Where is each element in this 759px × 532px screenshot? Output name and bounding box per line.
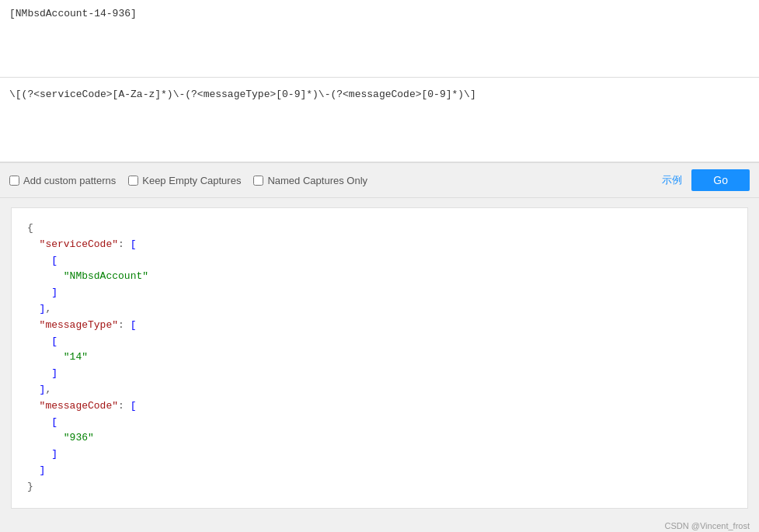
add-custom-patterns-checkbox-item[interactable]: Add custom patterns bbox=[9, 175, 116, 186]
checkbox-group: Add custom patterns Keep Empty Captures … bbox=[9, 175, 662, 186]
go-button[interactable]: Go bbox=[691, 169, 750, 191]
json-line: ], bbox=[27, 301, 732, 318]
json-line: [ bbox=[27, 334, 732, 350]
json-line: ] bbox=[27, 463, 732, 479]
input-section: [NMbsdAccount-14-936] \[(?<serviceCode>[… bbox=[0, 0, 759, 162]
keep-empty-captures-checkbox[interactable] bbox=[128, 176, 138, 186]
output-section: { "serviceCode": [ [ "NMbsdAccount" ] ],… bbox=[0, 198, 759, 518]
json-line: "936" bbox=[27, 430, 732, 447]
named-captures-only-checkbox[interactable] bbox=[253, 176, 263, 186]
named-captures-only-label: Named Captures Only bbox=[267, 175, 367, 186]
controls-bar: Add custom patterns Keep Empty Captures … bbox=[0, 162, 759, 198]
json-line: ] bbox=[27, 285, 732, 301]
json-line: "messageType": [ bbox=[27, 318, 732, 334]
input-text-textarea[interactable]: [NMbsdAccount-14-936] bbox=[0, 0, 759, 78]
json-line: "serviceCode": [ bbox=[27, 237, 732, 253]
json-line: ], bbox=[27, 382, 732, 398]
output-box: { "serviceCode": [ [ "NMbsdAccount" ] ],… bbox=[11, 207, 748, 509]
controls-right: 示例 Go bbox=[662, 169, 750, 191]
add-custom-patterns-checkbox[interactable] bbox=[9, 176, 19, 186]
json-line: { bbox=[27, 221, 732, 237]
named-captures-only-checkbox-item[interactable]: Named Captures Only bbox=[253, 175, 367, 186]
json-line: ] bbox=[27, 447, 732, 463]
main-container: [NMbsdAccount-14-936] \[(?<serviceCode>[… bbox=[0, 0, 759, 532]
json-line: ] bbox=[27, 366, 732, 382]
json-line: [ bbox=[27, 253, 732, 269]
add-custom-patterns-label: Add custom patterns bbox=[23, 175, 116, 186]
json-line: "messageCode": [ bbox=[27, 398, 732, 415]
json-line: "14" bbox=[27, 349, 732, 366]
json-line: "NMbsdAccount" bbox=[27, 269, 732, 285]
regex-pattern-textarea[interactable]: \[(?<serviceCode>[A-Za-z]*)\-(?<messageT… bbox=[0, 81, 759, 158]
json-line: [ bbox=[27, 415, 732, 431]
keep-empty-captures-checkbox-item[interactable]: Keep Empty Captures bbox=[128, 175, 241, 186]
example-link[interactable]: 示例 bbox=[662, 173, 682, 187]
watermark: CSDN @Vincent_frost bbox=[0, 518, 759, 532]
keep-empty-captures-label: Keep Empty Captures bbox=[142, 175, 241, 186]
json-line: } bbox=[27, 479, 732, 495]
